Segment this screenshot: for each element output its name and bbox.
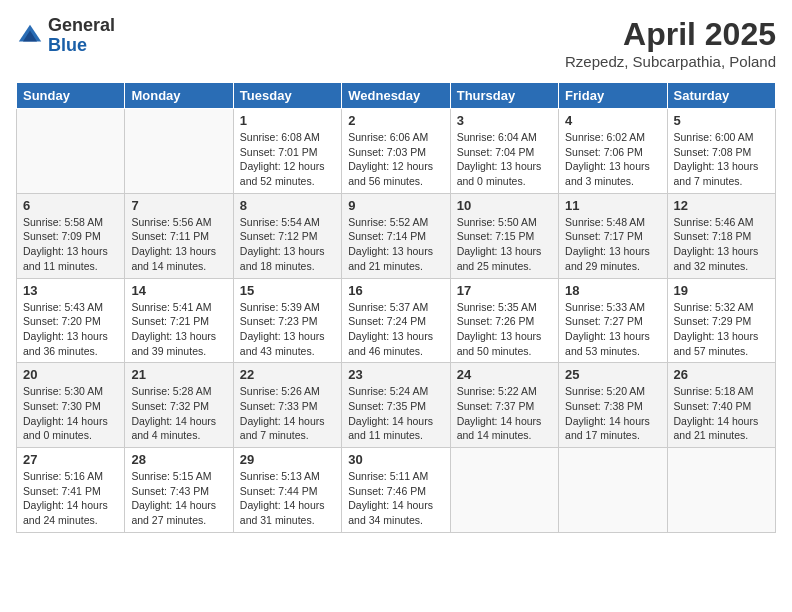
day-number: 22 xyxy=(240,367,335,382)
day-info: Sunrise: 5:18 AMSunset: 7:40 PMDaylight:… xyxy=(674,384,769,443)
calendar-day-cell: 28Sunrise: 5:15 AMSunset: 7:43 PMDayligh… xyxy=(125,448,233,533)
day-of-week-header: Wednesday xyxy=(342,83,450,109)
calendar-day-cell: 2Sunrise: 6:06 AMSunset: 7:03 PMDaylight… xyxy=(342,109,450,194)
day-number: 27 xyxy=(23,452,118,467)
calendar-day-cell: 14Sunrise: 5:41 AMSunset: 7:21 PMDayligh… xyxy=(125,278,233,363)
page-header: General Blue April 2025 Rzepedz, Subcarp… xyxy=(16,16,776,70)
day-number: 23 xyxy=(348,367,443,382)
calendar-day-cell: 27Sunrise: 5:16 AMSunset: 7:41 PMDayligh… xyxy=(17,448,125,533)
calendar-day-cell: 29Sunrise: 5:13 AMSunset: 7:44 PMDayligh… xyxy=(233,448,341,533)
day-info: Sunrise: 5:48 AMSunset: 7:17 PMDaylight:… xyxy=(565,215,660,274)
day-info: Sunrise: 5:46 AMSunset: 7:18 PMDaylight:… xyxy=(674,215,769,274)
calendar-day-cell: 5Sunrise: 6:00 AMSunset: 7:08 PMDaylight… xyxy=(667,109,775,194)
calendar-week-row: 6Sunrise: 5:58 AMSunset: 7:09 PMDaylight… xyxy=(17,193,776,278)
logo: General Blue xyxy=(16,16,115,56)
calendar-day-cell xyxy=(17,109,125,194)
day-number: 6 xyxy=(23,198,118,213)
day-number: 1 xyxy=(240,113,335,128)
calendar-day-cell: 16Sunrise: 5:37 AMSunset: 7:24 PMDayligh… xyxy=(342,278,450,363)
day-number: 25 xyxy=(565,367,660,382)
calendar-day-cell: 8Sunrise: 5:54 AMSunset: 7:12 PMDaylight… xyxy=(233,193,341,278)
day-info: Sunrise: 5:24 AMSunset: 7:35 PMDaylight:… xyxy=(348,384,443,443)
day-number: 4 xyxy=(565,113,660,128)
logo-icon xyxy=(16,22,44,50)
calendar-table: SundayMondayTuesdayWednesdayThursdayFrid… xyxy=(16,82,776,533)
day-info: Sunrise: 6:06 AMSunset: 7:03 PMDaylight:… xyxy=(348,130,443,189)
calendar-day-cell: 11Sunrise: 5:48 AMSunset: 7:17 PMDayligh… xyxy=(559,193,667,278)
day-info: Sunrise: 5:54 AMSunset: 7:12 PMDaylight:… xyxy=(240,215,335,274)
day-number: 18 xyxy=(565,283,660,298)
calendar-day-cell: 12Sunrise: 5:46 AMSunset: 7:18 PMDayligh… xyxy=(667,193,775,278)
day-number: 20 xyxy=(23,367,118,382)
calendar-day-cell: 25Sunrise: 5:20 AMSunset: 7:38 PMDayligh… xyxy=(559,363,667,448)
day-number: 28 xyxy=(131,452,226,467)
day-of-week-header: Friday xyxy=(559,83,667,109)
calendar-day-cell: 21Sunrise: 5:28 AMSunset: 7:32 PMDayligh… xyxy=(125,363,233,448)
calendar-day-cell: 15Sunrise: 5:39 AMSunset: 7:23 PMDayligh… xyxy=(233,278,341,363)
calendar-day-cell: 26Sunrise: 5:18 AMSunset: 7:40 PMDayligh… xyxy=(667,363,775,448)
day-info: Sunrise: 5:41 AMSunset: 7:21 PMDaylight:… xyxy=(131,300,226,359)
calendar-day-cell xyxy=(450,448,558,533)
day-info: Sunrise: 5:43 AMSunset: 7:20 PMDaylight:… xyxy=(23,300,118,359)
day-info: Sunrise: 5:33 AMSunset: 7:27 PMDaylight:… xyxy=(565,300,660,359)
day-number: 21 xyxy=(131,367,226,382)
day-info: Sunrise: 5:26 AMSunset: 7:33 PMDaylight:… xyxy=(240,384,335,443)
day-number: 12 xyxy=(674,198,769,213)
calendar-day-cell: 10Sunrise: 5:50 AMSunset: 7:15 PMDayligh… xyxy=(450,193,558,278)
day-info: Sunrise: 5:15 AMSunset: 7:43 PMDaylight:… xyxy=(131,469,226,528)
day-info: Sunrise: 6:04 AMSunset: 7:04 PMDaylight:… xyxy=(457,130,552,189)
day-number: 17 xyxy=(457,283,552,298)
title-block: April 2025 Rzepedz, Subcarpathia, Poland xyxy=(565,16,776,70)
day-number: 16 xyxy=(348,283,443,298)
day-of-week-header: Thursday xyxy=(450,83,558,109)
month-title: April 2025 xyxy=(565,16,776,53)
day-number: 5 xyxy=(674,113,769,128)
day-number: 10 xyxy=(457,198,552,213)
day-info: Sunrise: 5:20 AMSunset: 7:38 PMDaylight:… xyxy=(565,384,660,443)
calendar-day-cell: 13Sunrise: 5:43 AMSunset: 7:20 PMDayligh… xyxy=(17,278,125,363)
calendar-day-cell: 1Sunrise: 6:08 AMSunset: 7:01 PMDaylight… xyxy=(233,109,341,194)
day-number: 11 xyxy=(565,198,660,213)
day-info: Sunrise: 5:16 AMSunset: 7:41 PMDaylight:… xyxy=(23,469,118,528)
calendar-day-cell: 4Sunrise: 6:02 AMSunset: 7:06 PMDaylight… xyxy=(559,109,667,194)
calendar-day-cell: 6Sunrise: 5:58 AMSunset: 7:09 PMDaylight… xyxy=(17,193,125,278)
calendar-day-cell xyxy=(667,448,775,533)
day-number: 26 xyxy=(674,367,769,382)
day-info: Sunrise: 6:02 AMSunset: 7:06 PMDaylight:… xyxy=(565,130,660,189)
day-of-week-header: Tuesday xyxy=(233,83,341,109)
day-info: Sunrise: 5:56 AMSunset: 7:11 PMDaylight:… xyxy=(131,215,226,274)
location-subtitle: Rzepedz, Subcarpathia, Poland xyxy=(565,53,776,70)
day-number: 24 xyxy=(457,367,552,382)
calendar-day-cell: 17Sunrise: 5:35 AMSunset: 7:26 PMDayligh… xyxy=(450,278,558,363)
day-number: 7 xyxy=(131,198,226,213)
calendar-day-cell: 9Sunrise: 5:52 AMSunset: 7:14 PMDaylight… xyxy=(342,193,450,278)
calendar-day-cell: 19Sunrise: 5:32 AMSunset: 7:29 PMDayligh… xyxy=(667,278,775,363)
calendar-week-row: 20Sunrise: 5:30 AMSunset: 7:30 PMDayligh… xyxy=(17,363,776,448)
day-info: Sunrise: 5:37 AMSunset: 7:24 PMDaylight:… xyxy=(348,300,443,359)
calendar-day-cell: 7Sunrise: 5:56 AMSunset: 7:11 PMDaylight… xyxy=(125,193,233,278)
day-info: Sunrise: 5:28 AMSunset: 7:32 PMDaylight:… xyxy=(131,384,226,443)
day-info: Sunrise: 5:39 AMSunset: 7:23 PMDaylight:… xyxy=(240,300,335,359)
day-number: 3 xyxy=(457,113,552,128)
calendar-header-row: SundayMondayTuesdayWednesdayThursdayFrid… xyxy=(17,83,776,109)
day-info: Sunrise: 5:35 AMSunset: 7:26 PMDaylight:… xyxy=(457,300,552,359)
day-of-week-header: Monday xyxy=(125,83,233,109)
calendar-day-cell: 24Sunrise: 5:22 AMSunset: 7:37 PMDayligh… xyxy=(450,363,558,448)
calendar-day-cell: 18Sunrise: 5:33 AMSunset: 7:27 PMDayligh… xyxy=(559,278,667,363)
day-number: 8 xyxy=(240,198,335,213)
day-number: 2 xyxy=(348,113,443,128)
calendar-week-row: 27Sunrise: 5:16 AMSunset: 7:41 PMDayligh… xyxy=(17,448,776,533)
day-of-week-header: Saturday xyxy=(667,83,775,109)
day-info: Sunrise: 5:52 AMSunset: 7:14 PMDaylight:… xyxy=(348,215,443,274)
day-number: 19 xyxy=(674,283,769,298)
day-number: 15 xyxy=(240,283,335,298)
day-number: 29 xyxy=(240,452,335,467)
calendar-day-cell: 3Sunrise: 6:04 AMSunset: 7:04 PMDaylight… xyxy=(450,109,558,194)
calendar-week-row: 13Sunrise: 5:43 AMSunset: 7:20 PMDayligh… xyxy=(17,278,776,363)
day-number: 13 xyxy=(23,283,118,298)
day-info: Sunrise: 5:58 AMSunset: 7:09 PMDaylight:… xyxy=(23,215,118,274)
day-info: Sunrise: 5:11 AMSunset: 7:46 PMDaylight:… xyxy=(348,469,443,528)
day-of-week-header: Sunday xyxy=(17,83,125,109)
day-info: Sunrise: 5:22 AMSunset: 7:37 PMDaylight:… xyxy=(457,384,552,443)
day-info: Sunrise: 5:30 AMSunset: 7:30 PMDaylight:… xyxy=(23,384,118,443)
